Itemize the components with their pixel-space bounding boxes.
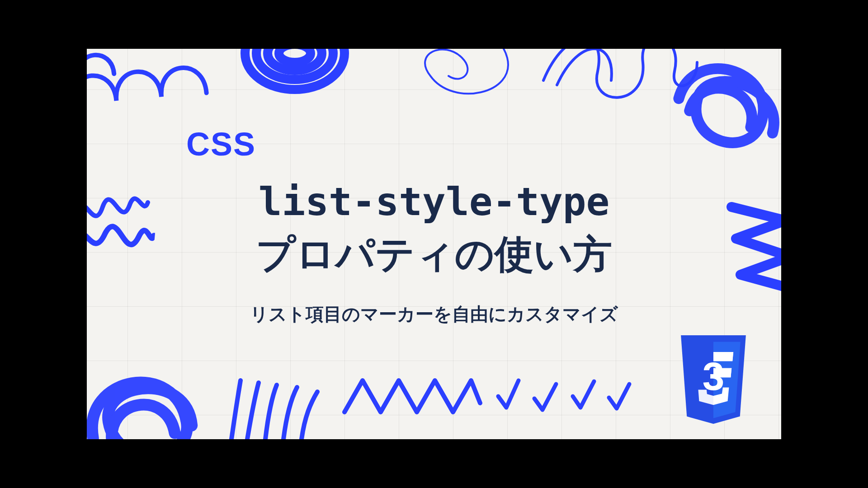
- scribble-zigzag-icon: [340, 371, 485, 421]
- category-label: CSS: [186, 126, 256, 163]
- scribble-oval-icon: [231, 49, 358, 103]
- scribble-checks-icon: [494, 371, 647, 421]
- css3-logo-icon: 3: [673, 335, 754, 426]
- scribble-swirl-icon: [381, 49, 525, 99]
- slide-card: 3 CSS list-style-type プロパティの使い方 リスト項目のマー…: [87, 49, 781, 439]
- scribble-grass-icon: [222, 371, 326, 439]
- svg-point-3: [279, 49, 311, 62]
- title-line-2: プロパティの使い方: [256, 231, 612, 277]
- page-subtitle: リスト項目のマーカーを自由にカスタマイズ: [87, 302, 781, 327]
- page-title: list-style-type プロパティの使い方: [87, 175, 781, 280]
- css3-badge-number: 3: [703, 354, 725, 399]
- title-line-1: list-style-type: [259, 179, 610, 224]
